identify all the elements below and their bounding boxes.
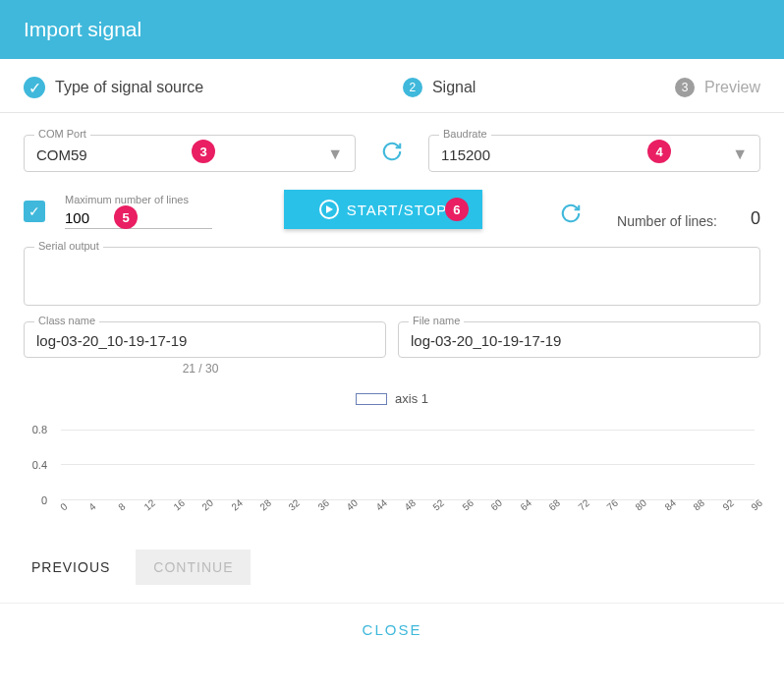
maxlines-label: Maximum number of lines (65, 194, 212, 205)
close-button[interactable]: CLOSE (363, 621, 422, 638)
dialog-header: Import signal (0, 0, 784, 59)
baudrate-value: 115200 (441, 146, 724, 163)
annotation-badge-3: 3 (192, 140, 215, 163)
start-stop-label: START/STOP (347, 202, 448, 218)
step-signal[interactable]: 2 Signal (403, 78, 476, 97)
step-type-of-signal-source[interactable]: ✓ Type of signal source (24, 77, 203, 98)
legend-label: axis 1 (395, 391, 428, 406)
step-preview: 3 Preview (675, 78, 760, 97)
legend-swatch-icon (356, 393, 387, 405)
num-lines-label: Number of lines: (617, 213, 717, 229)
refresh-lines-button[interactable] (554, 203, 588, 229)
refresh-icon (560, 203, 582, 224)
annotation-badge-6: 6 (445, 198, 469, 221)
step-label: Type of signal source (55, 79, 203, 96)
check-icon: ✓ (24, 77, 45, 98)
baudrate-select[interactable]: Baudrate 115200 4 ▼ (428, 135, 760, 172)
class-name-field[interactable]: Class name log-03-20_10-19-17-19 (24, 321, 386, 358)
num-lines-value: 0 (751, 208, 760, 229)
maxlines-checkbox[interactable]: ✓ (24, 201, 45, 222)
class-name-counter: 21 / 30 (24, 362, 377, 376)
chevron-down-icon: ▼ (732, 145, 748, 163)
step-number-icon: 2 (403, 78, 422, 97)
step-label: Signal (432, 79, 476, 96)
serial-output-label: Serial output (34, 240, 103, 252)
annotation-badge-5: 5 (114, 205, 138, 229)
serial-output-box: Serial output (24, 247, 760, 306)
class-name-label: Class name (34, 315, 99, 326)
step-label: Preview (704, 79, 760, 96)
refresh-icon (381, 141, 403, 162)
com-port-value: COM59 (36, 146, 319, 163)
start-stop-button[interactable]: START/STOP 6 (284, 190, 483, 229)
baudrate-label: Baudrate (439, 128, 491, 140)
stepper: ✓ Type of signal source 2 Signal 3 Previ… (0, 59, 784, 113)
maxlines-input[interactable] (65, 207, 212, 229)
previous-button[interactable]: PREVIOUS (24, 550, 118, 585)
com-port-label: COM Port (34, 128, 90, 140)
play-icon (319, 200, 339, 219)
dialog-title: Import signal (24, 18, 141, 40)
file-name-value: log-03-20_10-19-17-19 (411, 332, 748, 349)
refresh-comport-button[interactable] (375, 141, 409, 167)
file-name-label: File name (409, 315, 464, 326)
com-port-select[interactable]: COM Port COM59 3 ▼ (24, 135, 356, 172)
file-name-field[interactable]: File name log-03-20_10-19-17-19 (398, 321, 760, 358)
continue-button: CONTINUE (136, 550, 251, 585)
chart: axis 1 00.40.804812162024283236404448525… (24, 391, 760, 520)
class-name-value: log-03-20_10-19-17-19 (36, 332, 373, 349)
step-number-icon: 3 (675, 78, 695, 97)
chevron-down-icon: ▼ (327, 145, 343, 163)
annotation-badge-4: 4 (647, 140, 671, 163)
